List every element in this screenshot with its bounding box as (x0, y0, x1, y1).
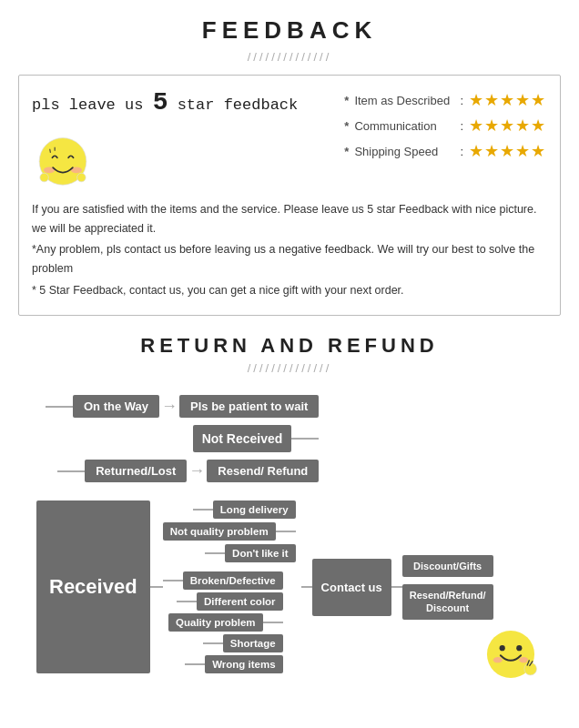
received-wrapper: Received Long delivery (27, 500, 552, 673)
received-main: Received Long delivery (27, 500, 552, 673)
on-the-way-row: On the Way → Pls be patient to wait (46, 395, 319, 418)
dont-like-box: Don't like it (225, 544, 296, 562)
shortage-box: Shortage (223, 634, 283, 652)
shortage-row: Shortage (203, 634, 283, 652)
svg-point-10 (493, 657, 503, 662)
feedback-box: pls leave us 5 star feedback (18, 75, 561, 316)
returned-lost-row: Returned/Lost → Resend/ Refund (57, 460, 319, 482)
svg-line-3 (50, 149, 51, 153)
diff-color-row: Different color (177, 592, 283, 611)
feedback-body: If you are satisfied with the items and … (32, 200, 545, 299)
discount-gifts-box: Discount/Gifts (402, 555, 493, 577)
feedback-body-line1: If you are satisfied with the items and … (32, 200, 545, 238)
contact-group: Contact us (301, 559, 402, 616)
contact-box: Contact us (312, 559, 391, 616)
broken-row: Broken/Defective (163, 571, 283, 590)
svg-point-9 (516, 645, 522, 651)
feedback-body-line3: * 5 Star Feedback, contact us, you can g… (32, 281, 545, 300)
broken-box: Broken/Defective (183, 571, 283, 590)
refund-title: RETURN AND REFUND (18, 334, 561, 358)
feedback-section: FEEDBACK ////////////// pls leave us 5 s… (0, 0, 579, 325)
stars-communication: ★★★★★ (469, 116, 545, 136)
long-delivery-row: Long delivery (193, 500, 296, 519)
quality-group: Broken/Defective Different color Quality… (163, 571, 296, 673)
rating-row-described: * Item as Described : ★★★★★ (344, 90, 545, 110)
flow-diagram: On the Way → Pls be patient to wait Not … (18, 386, 561, 682)
long-delivery-box: Long delivery (213, 500, 296, 519)
on-the-way-box: On the Way (73, 395, 159, 418)
rating-label-communication: Communication (354, 119, 454, 133)
received-label: Received (36, 500, 150, 673)
returned-lost-box: Returned/Lost (85, 460, 187, 482)
wrong-items-row: Wrong items (185, 655, 282, 673)
rating-label-shipping: Shipping Speed (354, 145, 454, 158)
refund-divider: ////////////// (18, 361, 561, 375)
rating-row-shipping: * Shipping Speed : ★★★★★ (344, 141, 545, 161)
not-quality-group: Long delivery Not quality problem Don't … (163, 500, 296, 562)
patient-wait-box: Pls be patient to wait (179, 395, 319, 418)
leave-text-2: star feedback (168, 96, 298, 114)
feedback-body-line2: *Any problem, pls contact us before leav… (32, 240, 545, 278)
feedback-divider: ////////////// (18, 50, 561, 64)
dont-like-row: Don't like it (205, 544, 296, 562)
not-received-block: On the Way → Pls be patient to wait Not … (27, 395, 552, 482)
svg-point-6 (77, 173, 86, 182)
feedback-top: pls leave us 5 star feedback (32, 88, 545, 191)
received-middle: Long delivery Not quality problem Don't … (163, 500, 296, 673)
feedback-left: pls leave us 5 star feedback (32, 88, 298, 191)
diff-color-box: Different color (197, 592, 283, 611)
rating-row-communication: * Communication : ★★★★★ (344, 116, 545, 136)
refund-section: RETURN AND REFUND ////////////// On the … (0, 325, 579, 692)
not-quality-box: Not quality problem (163, 522, 276, 541)
smiley-happy-icon (482, 626, 539, 682)
leave-num: 5 (153, 88, 168, 116)
rating-label-described: Item as Described (354, 94, 454, 107)
svg-point-8 (500, 645, 505, 651)
smiley-face-icon (32, 129, 94, 191)
wrong-items-box: Wrong items (205, 655, 282, 673)
stars-shipping: ★★★★★ (469, 141, 545, 161)
svg-point-5 (40, 173, 49, 182)
quality-problem-box: Quality problem (168, 613, 263, 632)
not-received-connector: Not Received (193, 425, 320, 452)
leave-text-1: pls leave us (32, 96, 153, 114)
resend-refund-discount-box: Resend/Refund/ Discount (402, 584, 493, 620)
outcomes: Discount/Gifts Resend/Refund/ Discount (402, 555, 493, 620)
feedback-ratings: * Item as Described : ★★★★★ * Communicat… (344, 88, 545, 161)
not-received-box: Not Received (193, 425, 292, 452)
stars-described: ★★★★★ (469, 90, 545, 110)
feedback-title: FEEDBACK (18, 16, 561, 45)
five-star-prompt: pls leave us 5 star feedback (32, 88, 298, 116)
resend-refund-box: Resend/ Refund (207, 460, 319, 482)
